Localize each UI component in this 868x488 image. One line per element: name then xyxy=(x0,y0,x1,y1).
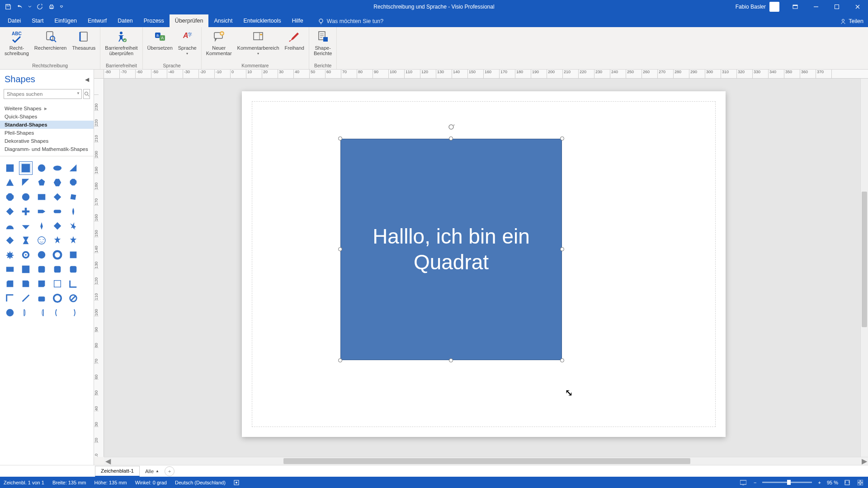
resize-handle-r[interactable] xyxy=(560,247,564,251)
research-button[interactable]: Recherchieren xyxy=(33,28,69,62)
shape-gallery-item[interactable] xyxy=(68,293,79,304)
zoom-slider[interactable] xyxy=(762,482,812,483)
spellcheck-button[interactable]: ABC Recht- schreibung xyxy=(3,28,31,62)
shape-gallery-item[interactable] xyxy=(52,206,63,217)
minimize-icon[interactable] xyxy=(806,0,826,14)
shape-gallery-item[interactable] xyxy=(36,278,47,289)
shape-gallery-item[interactable] xyxy=(68,177,79,188)
shape-gallery-item[interactable] xyxy=(5,249,15,260)
tab-start[interactable]: Start xyxy=(26,14,49,27)
scrollbar-thumb[interactable] xyxy=(862,192,867,327)
shape-gallery-item[interactable] xyxy=(52,192,63,202)
tab-process[interactable]: Prozess xyxy=(138,14,170,27)
zoom-in-button[interactable]: + xyxy=(816,480,822,485)
undo-icon[interactable] xyxy=(16,3,24,10)
resize-handle-tr[interactable] xyxy=(560,136,564,141)
shape-gallery-item[interactable] xyxy=(52,249,63,260)
maximize-icon[interactable] xyxy=(826,0,847,14)
shape-gallery-item[interactable] xyxy=(5,163,15,174)
user-account[interactable]: Fabio Basler xyxy=(736,2,779,12)
shape-gallery-item[interactable] xyxy=(68,163,79,174)
close-icon[interactable] xyxy=(847,0,868,14)
comment-pane-button[interactable]: Kommentarbereich ▾ xyxy=(236,28,281,62)
scroll-right-button[interactable]: ▶ xyxy=(860,457,868,465)
new-comment-button[interactable]: Neuer Kommentar xyxy=(204,28,234,62)
tab-view[interactable]: Ansicht xyxy=(208,14,238,27)
page-tab-all[interactable]: Alle ▲ xyxy=(142,467,163,476)
shape-gallery-item[interactable] xyxy=(20,249,31,260)
tab-developer[interactable]: Entwicklertools xyxy=(238,14,286,27)
drawing-canvas[interactable]: Halllo, ich bin ein Quadrat ⤡ xyxy=(104,79,868,457)
chevron-down-icon[interactable]: ▼ xyxy=(76,91,80,95)
shape-gallery-item[interactable] xyxy=(20,177,31,188)
shape-gallery-item[interactable] xyxy=(5,307,15,318)
language-status[interactable]: Deutsch (Deutschland) xyxy=(175,480,226,485)
shape-gallery-item[interactable] xyxy=(36,293,47,304)
accessibility-button[interactable]: Barrierefreiheit überprüfen xyxy=(103,28,139,62)
shape-gallery-item[interactable] xyxy=(36,264,47,275)
resize-handle-b[interactable] xyxy=(449,358,453,362)
ribbon-display-options-icon[interactable] xyxy=(785,0,806,14)
quick-shapes-item[interactable]: Quick-Shapes xyxy=(0,113,94,121)
shape-gallery-item[interactable] xyxy=(52,307,63,318)
shape-gallery-item[interactable] xyxy=(20,221,31,231)
shape-gallery-item[interactable] xyxy=(52,177,63,188)
shape-gallery-item[interactable] xyxy=(68,206,79,217)
square-shape[interactable]: Halllo, ich bin ein Quadrat xyxy=(340,139,562,360)
resize-handle-bl[interactable] xyxy=(338,358,342,362)
shape-gallery-item[interactable] xyxy=(5,293,15,304)
diagram-math-shapes-item[interactable]: Diagramm- und Mathematik-Shapes xyxy=(0,145,94,153)
shape-gallery-item[interactable] xyxy=(5,206,15,217)
scrollbar-thumb[interactable] xyxy=(283,458,690,464)
shape-gallery-item[interactable] xyxy=(5,235,15,246)
share-button[interactable]: Teilen xyxy=(840,18,863,24)
shape-gallery-item[interactable] xyxy=(20,192,31,202)
shape-gallery-item[interactable] xyxy=(68,278,79,289)
shape-gallery-item[interactable] xyxy=(5,264,15,275)
shape-gallery-item[interactable] xyxy=(36,235,47,246)
shape-gallery-item[interactable] xyxy=(52,163,63,174)
shape-gallery-item[interactable] xyxy=(20,278,31,289)
fullscreen-icon[interactable] xyxy=(856,480,864,485)
decorative-shapes-item[interactable]: Dekorative Shapes xyxy=(0,137,94,145)
shape-search-input[interactable] xyxy=(4,89,82,99)
shape-gallery-item[interactable] xyxy=(36,206,47,217)
tab-design[interactable]: Entwurf xyxy=(82,14,112,27)
shape-gallery-item[interactable] xyxy=(68,235,79,246)
resize-handle-l[interactable] xyxy=(338,247,342,251)
translate-button[interactable]: aA Übersetzen xyxy=(146,28,175,62)
shape-gallery-item[interactable] xyxy=(68,249,79,260)
resize-handle-br[interactable] xyxy=(560,358,564,362)
page-count[interactable]: Zeichenbl. 1 von 1 xyxy=(4,480,44,485)
shape-gallery-item[interactable] xyxy=(52,235,63,246)
add-page-button[interactable]: + xyxy=(165,466,175,476)
macro-record-icon[interactable] xyxy=(234,480,239,485)
save-icon[interactable] xyxy=(5,3,12,10)
shape-gallery-item[interactable] xyxy=(68,264,79,275)
shape-gallery-item[interactable] xyxy=(52,278,63,289)
page-tab-1[interactable]: Zeichenblatt-1 xyxy=(95,466,140,477)
shape-gallery-item[interactable] xyxy=(52,264,63,275)
shape-gallery-item[interactable] xyxy=(20,264,31,275)
collapse-panel-icon[interactable]: ◀ xyxy=(85,76,89,83)
shape-gallery-item[interactable] xyxy=(20,307,31,318)
shape-gallery-item[interactable] xyxy=(20,206,31,217)
tell-me-search[interactable]: Was möchten Sie tun? xyxy=(318,18,383,27)
resize-handle-t[interactable] xyxy=(449,136,453,141)
more-shapes-item[interactable]: Weitere Shapes▶ xyxy=(0,104,94,113)
shape-gallery-item[interactable] xyxy=(20,293,31,304)
shape-gallery-item[interactable] xyxy=(20,163,31,174)
fit-page-icon[interactable] xyxy=(843,480,852,485)
shape-gallery-item[interactable] xyxy=(36,249,47,260)
shape-gallery-item[interactable] xyxy=(68,221,79,231)
vertical-scrollbar[interactable] xyxy=(860,79,868,457)
shape-gallery-item[interactable] xyxy=(5,278,15,289)
presentation-mode-icon[interactable] xyxy=(739,480,748,485)
shape-gallery-item[interactable] xyxy=(36,163,47,174)
print-icon[interactable] xyxy=(48,3,55,10)
shape-gallery-item[interactable] xyxy=(52,221,63,231)
search-button[interactable] xyxy=(83,89,90,99)
zoom-thumb[interactable] xyxy=(787,480,791,485)
shape-gallery-item[interactable] xyxy=(36,192,47,202)
shape-gallery-item[interactable] xyxy=(68,192,79,202)
